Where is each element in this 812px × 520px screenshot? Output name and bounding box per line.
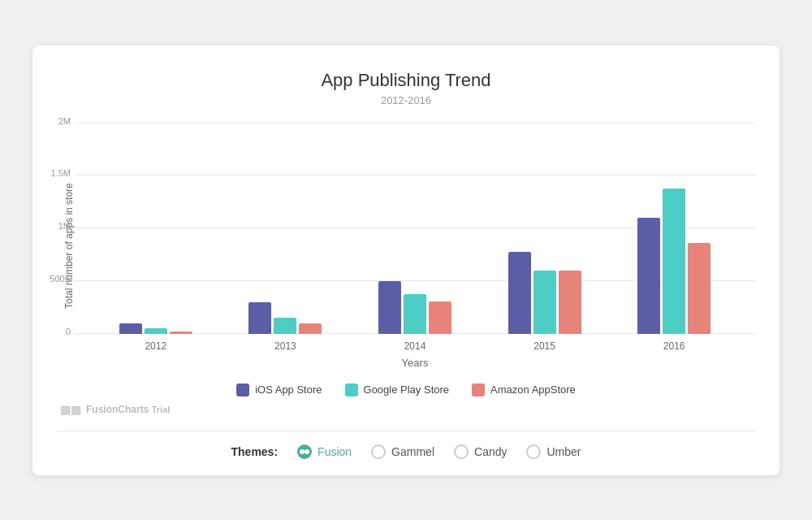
bar-ios-2015: [508, 252, 531, 334]
x-label-2014: 2014: [378, 340, 451, 352]
bar-group-2012: [119, 323, 192, 334]
chart-inner: 2M 1.5M 1M 500K 0: [75, 123, 755, 369]
chart-card: App Publishing Trend 2012-2016 Total num…: [32, 46, 780, 475]
x-label-2016: 2016: [637, 340, 710, 352]
themes-label: Themes:: [231, 445, 279, 458]
bar-google-2014: [404, 294, 426, 334]
bar-google-2012: [145, 328, 167, 334]
chart-subtitle: 2012-2016: [57, 94, 755, 106]
legend-swatch-google: [345, 384, 358, 396]
theme-gammel[interactable]: Gammel: [371, 444, 434, 459]
x-axis-title: Years: [75, 357, 755, 369]
x-label-2015: 2015: [508, 340, 581, 352]
bar-amazon-2012: [170, 332, 192, 334]
grid-label-0: 0: [34, 327, 71, 336]
bar-amazon-2015: [559, 271, 581, 334]
legend-label-ios: iOS App Store: [255, 384, 322, 396]
theme-candy-label: Candy: [474, 445, 507, 458]
watermark-brand: FusionCharts Trial: [86, 404, 170, 415]
grid-label-15m: 1.5M: [34, 168, 71, 178]
theme-fusion-label: Fusion: [317, 445, 352, 458]
bar-google-2013: [274, 318, 296, 334]
legend-swatch-ios: [236, 384, 249, 396]
watermark: ▩▩ FusionCharts Trial: [57, 403, 755, 416]
bar-google-2015: [533, 271, 556, 334]
bar-amazon-2013: [299, 323, 322, 334]
bar-ios-2013: [248, 302, 271, 334]
grid-label-2m: 2M: [34, 116, 71, 126]
legend-swatch-amazon: [472, 384, 485, 396]
chart-title: App Publishing Trend: [57, 70, 755, 91]
x-label-2012: 2012: [119, 340, 192, 352]
bar-google-2016: [663, 188, 685, 334]
bar-group-2014: [378, 281, 451, 334]
theme-radio-gammel[interactable]: [371, 444, 386, 459]
bar-group-2016: [637, 188, 710, 334]
bar-group-2013: [248, 302, 322, 334]
chart-area: Total number of apps in store 2M 1.5M 1M…: [57, 123, 755, 369]
legend-amazon: Amazon AppStore: [472, 384, 576, 396]
theme-radio-umber[interactable]: [526, 444, 541, 459]
legend-google: Google Play Store: [345, 384, 450, 396]
bar-ios-2014: [378, 281, 401, 334]
bar-amazon-2016: [688, 243, 710, 334]
chart-legend: iOS App Store Google Play Store Amazon A…: [57, 384, 755, 396]
bars-container: [75, 123, 755, 334]
grid-label-1m: 1M: [34, 221, 71, 231]
grid-label-500k: 500K: [34, 274, 71, 284]
legend-ios: iOS App Store: [236, 384, 322, 396]
theme-radio-fusion[interactable]: [297, 444, 312, 459]
bar-ios-2016: [637, 218, 660, 334]
theme-umber-label: Umber: [546, 445, 581, 458]
theme-fusion[interactable]: Fusion: [297, 444, 352, 459]
bar-group-2015: [508, 252, 581, 334]
themes-bar: Themes: Fusion Gammel Candy Umber: [57, 431, 755, 459]
theme-gammel-label: Gammel: [391, 445, 434, 458]
bar-ios-2012: [119, 323, 142, 334]
theme-umber[interactable]: Umber: [526, 444, 581, 459]
theme-radio-candy[interactable]: [454, 444, 469, 459]
legend-label-google: Google Play Store: [364, 384, 450, 396]
x-axis: 20122013201420152016: [75, 334, 755, 352]
bar-amazon-2014: [429, 301, 451, 334]
legend-label-amazon: Amazon AppStore: [490, 384, 576, 396]
theme-candy[interactable]: Candy: [454, 444, 507, 459]
x-label-2013: 2013: [248, 340, 322, 352]
watermark-icon: ▩▩: [60, 403, 81, 416]
chart-plot: 2M 1.5M 1M 500K 0: [75, 123, 755, 334]
